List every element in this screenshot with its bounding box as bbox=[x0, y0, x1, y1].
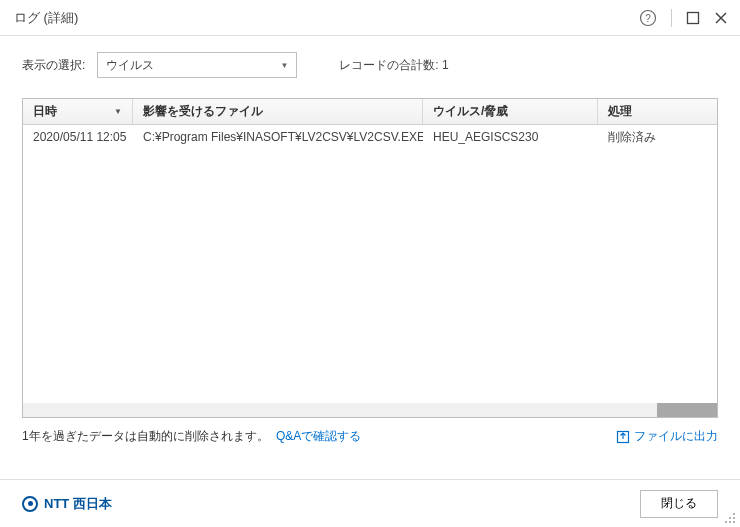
table-header: 日時 ▼ 影響を受けるファイル ウイルス/脅威 処理 bbox=[23, 99, 717, 125]
svg-text:?: ? bbox=[645, 12, 651, 23]
filter-select-value: ウイルス bbox=[106, 57, 154, 74]
cell-file: C:¥Program Files¥INASOFT¥LV2CSV¥LV2CSV.E… bbox=[133, 125, 423, 149]
filter-bar: 表示の選択: ウイルス ▼ レコードの合計数: 1 bbox=[22, 52, 718, 78]
window-title: ログ (詳細) bbox=[14, 9, 639, 27]
column-header-file[interactable]: 影響を受けるファイル bbox=[133, 99, 423, 124]
cell-date: 2020/05/11 12:05 bbox=[23, 125, 133, 149]
close-icon[interactable] bbox=[714, 11, 728, 25]
export-link[interactable]: ファイルに出力 bbox=[616, 428, 718, 445]
record-count-label: レコードの合計数: 1 bbox=[339, 57, 448, 74]
resize-grip-icon[interactable] bbox=[724, 511, 738, 525]
svg-point-7 bbox=[729, 517, 731, 519]
table-body: 2020/05/11 12:05 C:¥Program Files¥INASOF… bbox=[23, 125, 717, 403]
svg-point-6 bbox=[733, 513, 735, 515]
filter-label: 表示の選択: bbox=[22, 57, 85, 74]
column-header-action[interactable]: 処理 bbox=[598, 99, 717, 124]
svg-point-10 bbox=[729, 521, 731, 523]
help-icon[interactable]: ? bbox=[639, 9, 657, 27]
svg-rect-2 bbox=[688, 12, 699, 23]
cell-virus: HEU_AEGISCS230 bbox=[423, 125, 598, 149]
svg-point-11 bbox=[733, 521, 735, 523]
footer: NTT 西日本 閉じる bbox=[0, 479, 740, 527]
scrollbar-thumb[interactable] bbox=[657, 403, 717, 417]
note-bar: 1年を過ぎたデータは自動的に削除されます。 Q&Aで確認する ファイルに出力 bbox=[22, 428, 718, 445]
export-icon bbox=[616, 430, 630, 444]
column-header-virus[interactable]: ウイルス/脅威 bbox=[423, 99, 598, 124]
log-table: 日時 ▼ 影響を受けるファイル ウイルス/脅威 処理 2020/05/11 12… bbox=[22, 98, 718, 418]
brand-text: NTT 西日本 bbox=[44, 495, 112, 513]
svg-point-9 bbox=[725, 521, 727, 523]
maximize-icon[interactable] bbox=[686, 11, 700, 25]
sort-desc-icon: ▼ bbox=[114, 107, 122, 116]
column-label: 影響を受けるファイル bbox=[143, 103, 263, 120]
table-row[interactable]: 2020/05/11 12:05 C:¥Program Files¥INASOF… bbox=[23, 125, 717, 149]
qa-link[interactable]: Q&Aで確認する bbox=[276, 429, 361, 443]
column-label: 処理 bbox=[608, 103, 632, 120]
column-header-date[interactable]: 日時 ▼ bbox=[23, 99, 133, 124]
chevron-down-icon: ▼ bbox=[280, 61, 288, 70]
cell-action: 削除済み bbox=[598, 125, 717, 149]
filter-select[interactable]: ウイルス ▼ bbox=[97, 52, 297, 78]
export-label: ファイルに出力 bbox=[634, 428, 718, 445]
brand-logo[interactable]: NTT 西日本 bbox=[22, 495, 112, 513]
note-text: 1年を過ぎたデータは自動的に削除されます。 bbox=[22, 429, 269, 443]
column-label: ウイルス/脅威 bbox=[433, 103, 508, 120]
brand-icon bbox=[22, 496, 38, 512]
separator bbox=[671, 9, 672, 27]
column-label: 日時 bbox=[33, 103, 57, 120]
window-controls: ? bbox=[639, 9, 728, 27]
close-button[interactable]: 閉じる bbox=[640, 490, 718, 518]
titlebar: ログ (詳細) ? bbox=[0, 0, 740, 36]
content-area: 表示の選択: ウイルス ▼ レコードの合計数: 1 日時 ▼ 影響を受けるファイ… bbox=[0, 36, 740, 455]
retention-note: 1年を過ぎたデータは自動的に削除されます。 Q&Aで確認する bbox=[22, 428, 361, 445]
horizontal-scrollbar[interactable] bbox=[23, 403, 717, 417]
svg-point-8 bbox=[733, 517, 735, 519]
